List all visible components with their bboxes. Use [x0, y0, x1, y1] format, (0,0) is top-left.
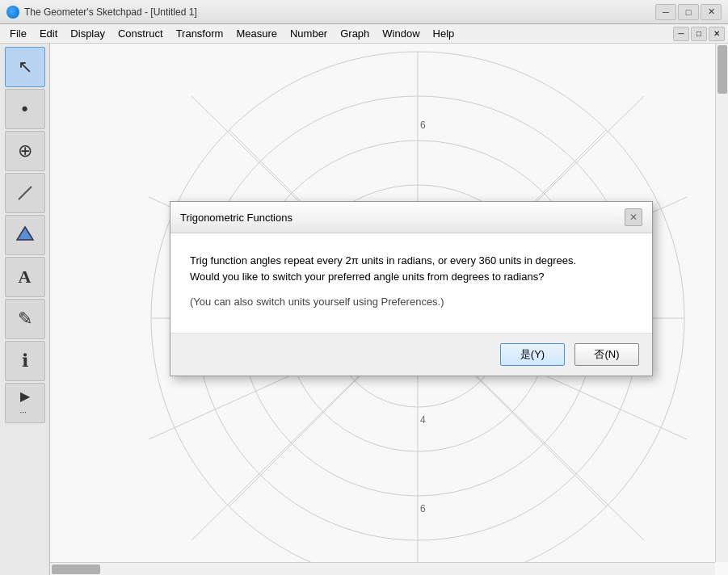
menu-number[interactable]: Number	[284, 24, 334, 43]
canvas-area[interactable]: 6 4 4 6 Trigonometric Functions ✕ Trig f…	[50, 44, 728, 575]
menu-construct[interactable]: Construct	[112, 24, 170, 43]
menu-measure[interactable]: Measure	[229, 24, 284, 43]
compass-tool-button[interactable]: ⊕	[5, 131, 45, 171]
title-bar-left: The Geometer's Sketchpad - [Untitled 1]	[6, 6, 197, 19]
select-icon: ↖	[18, 57, 32, 78]
main-area: ↖ • ⊕ A ✎ ℹ ▶···	[0, 44, 728, 575]
more-tool-button[interactable]: ▶···	[5, 383, 45, 423]
minimize-button[interactable]: ─	[655, 4, 676, 20]
title-bar-controls: ─ □ ✕	[655, 4, 722, 20]
menu-edit[interactable]: Edit	[33, 24, 64, 43]
point-icon: •	[22, 99, 28, 120]
menubar-minimize[interactable]: ─	[673, 27, 689, 41]
point-tool-button[interactable]: •	[5, 89, 45, 129]
dialog-title-bar: Trigonometric Functions ✕	[170, 202, 652, 233]
svg-marker-1	[17, 227, 33, 240]
trigonometric-functions-dialog: Trigonometric Functions ✕ Trig function …	[170, 201, 653, 376]
menu-file[interactable]: File	[3, 24, 33, 43]
dialog-note: (You can also switch units yourself usin…	[190, 294, 633, 310]
menu-help[interactable]: Help	[427, 24, 461, 43]
yes-button[interactable]: 是(Y)	[500, 343, 565, 366]
toolbar-sidebar: ↖ • ⊕ A ✎ ℹ ▶···	[0, 44, 50, 575]
text-tool-button[interactable]: A	[5, 257, 45, 297]
menubar-close[interactable]: ✕	[709, 27, 725, 41]
menu-display[interactable]: Display	[64, 24, 112, 43]
menu-window[interactable]: Window	[376, 24, 426, 43]
dialog-body: Trig function angles repeat every 2π uni…	[170, 233, 652, 333]
window-title: The Geometer's Sketchpad - [Untitled 1]	[24, 6, 197, 18]
line-icon	[15, 183, 35, 203]
menubar-controls: ─ □ ✕	[673, 27, 725, 41]
close-button[interactable]: ✕	[701, 4, 722, 20]
text-icon: A	[19, 267, 32, 288]
title-bar: The Geometer's Sketchpad - [Untitled 1] …	[0, 0, 728, 24]
dialog-overlay: Trigonometric Functions ✕ Trig function …	[50, 44, 728, 575]
info-icon: ℹ	[22, 350, 28, 371]
info-tool-button[interactable]: ℹ	[5, 341, 45, 381]
menu-transform[interactable]: Transform	[170, 24, 230, 43]
marker-icon: ✎	[18, 308, 32, 329]
select-tool-button[interactable]: ↖	[5, 47, 45, 87]
compass-icon: ⊕	[18, 141, 32, 162]
dialog-close-button[interactable]: ✕	[625, 208, 642, 226]
dialog-message-line2: Would you like to switch your preferred …	[190, 271, 544, 283]
no-button[interactable]: 否(N)	[574, 343, 639, 366]
menubar-restore[interactable]: □	[691, 27, 707, 41]
app-icon	[6, 6, 19, 19]
dialog-message-main: Trig function angles repeat every 2π uni…	[190, 253, 633, 284]
dialog-footer: 是(Y) 否(N)	[170, 333, 652, 376]
marker-tool-button[interactable]: ✎	[5, 299, 45, 339]
svg-line-0	[19, 187, 32, 199]
menu-bar: File Edit Display Construct Transform Me…	[0, 24, 728, 44]
polygon-tool-button[interactable]	[5, 215, 45, 255]
more-icon: ▶···	[20, 388, 30, 418]
restore-button[interactable]: □	[678, 4, 699, 20]
line-tool-button[interactable]	[5, 173, 45, 213]
polygon-icon	[14, 224, 36, 246]
dialog-title: Trigonometric Functions	[180, 212, 292, 224]
dialog-message-line1: Trig function angles repeat every 2π uni…	[190, 254, 576, 267]
menu-graph[interactable]: Graph	[334, 24, 376, 43]
